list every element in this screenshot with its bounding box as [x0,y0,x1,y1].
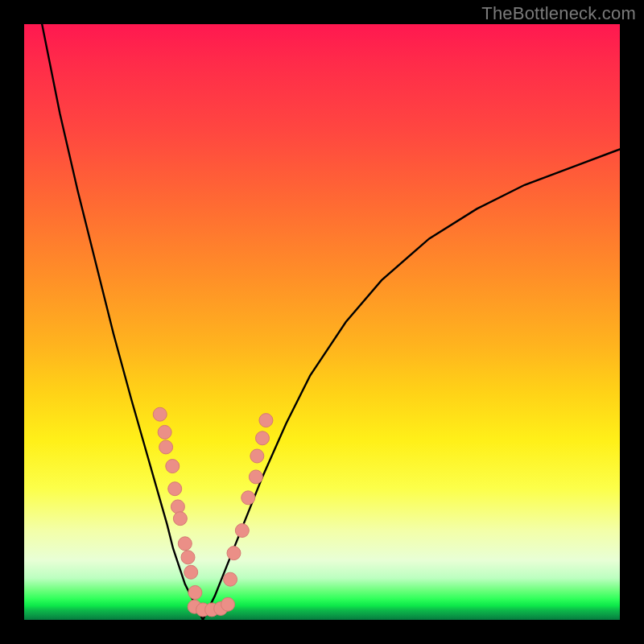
bottleneck-curve-left [42,24,203,620]
sample-dot [250,449,264,463]
sample-dot [249,470,262,484]
sample-dot [224,572,237,586]
sample-dot [159,440,173,454]
sample-dot [188,585,202,599]
sample-dot [227,547,241,560]
sample-dot [256,431,270,445]
sample-dot [181,551,195,564]
plot-frame [24,24,620,620]
sample-dots [153,407,273,617]
sample-dot [178,537,192,551]
curve-layer [42,24,620,620]
sample-dot [166,460,180,473]
sample-dot [158,425,171,439]
sample-dot [168,482,182,496]
sample-dot [153,407,167,421]
bottleneck-curve-right [203,149,620,620]
sample-dot [171,500,184,514]
sample-dot [173,512,187,526]
sample-dot [221,597,235,611]
sample-dot [184,565,198,579]
sample-dot [242,491,255,505]
watermark-text: TheBottleneck.com [481,3,636,24]
sample-dot [259,414,273,427]
chart-stage: TheBottleneck.com [0,0,644,644]
plot-svg [24,24,620,620]
sample-dot [235,524,249,538]
